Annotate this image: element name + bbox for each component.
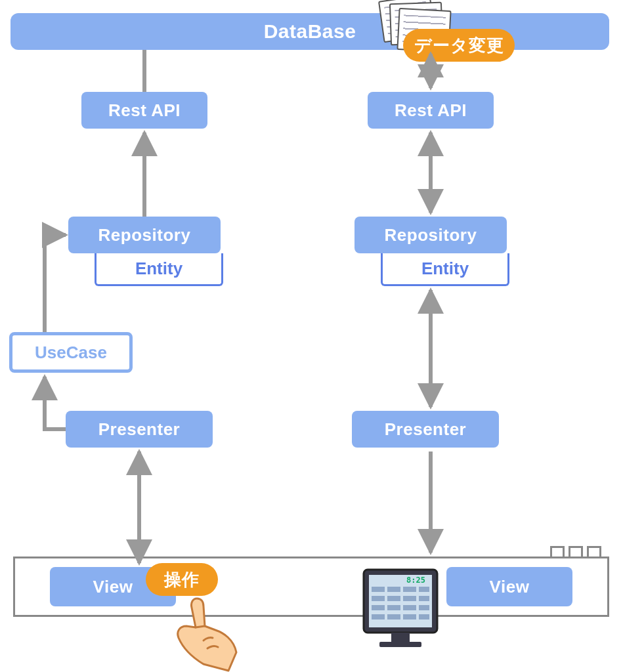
- svg-rect-17: [419, 614, 429, 620]
- svg-rect-3: [387, 587, 400, 592]
- left-entity-label: Entity: [135, 259, 183, 279]
- right-entity-label: Entity: [421, 259, 469, 279]
- svg-rect-18: [391, 633, 410, 642]
- window-tab: [550, 546, 565, 556]
- svg-rect-10: [372, 605, 385, 610]
- svg-rect-11: [387, 605, 400, 610]
- monitor-icon: 8:25: [360, 566, 445, 660]
- right-presenter-box: Presenter: [352, 411, 499, 448]
- svg-rect-19: [379, 642, 421, 647]
- svg-rect-16: [403, 614, 416, 620]
- data-change-label: データ変更: [414, 34, 504, 57]
- left-restapi-box: Rest API: [81, 92, 207, 129]
- window-tab: [587, 546, 601, 556]
- left-view-label: View: [93, 577, 133, 597]
- hand-icon: [171, 593, 243, 672]
- right-repository-label: Repository: [385, 225, 477, 245]
- svg-rect-8: [403, 596, 416, 601]
- data-change-badge: データ変更: [403, 29, 515, 62]
- right-presenter-label: Presenter: [385, 419, 466, 440]
- monitor-time: 8:25: [406, 576, 425, 585]
- svg-rect-9: [419, 596, 429, 601]
- right-restapi-label: Rest API: [395, 100, 467, 121]
- usecase-label: UseCase: [35, 343, 107, 363]
- svg-rect-12: [403, 605, 416, 610]
- database-label: DataBase: [264, 20, 356, 43]
- view-window-tabs: [550, 546, 601, 556]
- right-view-label: View: [490, 577, 530, 597]
- left-presenter-label: Presenter: [98, 419, 180, 440]
- window-tab: [569, 546, 583, 556]
- right-entity-box: Entity: [381, 253, 509, 286]
- svg-rect-4: [403, 587, 416, 592]
- right-repository-box: Repository: [354, 217, 507, 253]
- left-repository-box: Repository: [68, 217, 221, 253]
- svg-rect-14: [372, 614, 385, 620]
- svg-rect-2: [372, 587, 385, 592]
- left-restapi-label: Rest API: [108, 100, 181, 121]
- right-restapi-box: Rest API: [368, 92, 494, 129]
- usecase-box: UseCase: [9, 332, 133, 373]
- svg-rect-7: [387, 596, 400, 601]
- operate-badge: 操作: [146, 563, 218, 596]
- database-box: DataBase: [11, 13, 609, 50]
- svg-rect-6: [372, 596, 385, 601]
- left-presenter-box: Presenter: [66, 411, 213, 448]
- svg-rect-13: [419, 605, 429, 610]
- svg-rect-5: [419, 587, 429, 592]
- left-repository-label: Repository: [98, 225, 191, 245]
- left-entity-box: Entity: [95, 253, 223, 286]
- right-view-box: View: [446, 567, 572, 606]
- svg-rect-15: [387, 614, 400, 620]
- operate-label: 操作: [164, 568, 200, 591]
